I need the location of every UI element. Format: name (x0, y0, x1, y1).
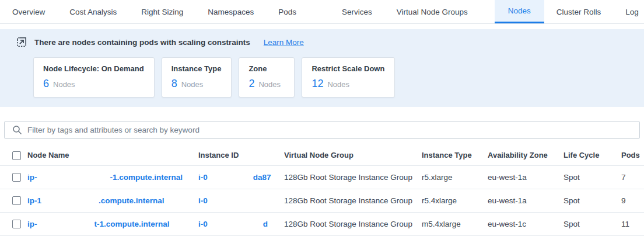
card-title: Instance Type (172, 64, 222, 73)
col-node-name: Node Name (27, 151, 198, 159)
tab-namespaces[interactable]: Namespaces (195, 0, 266, 23)
node-name-link[interactable]: ip- (27, 173, 37, 182)
card-unit: Nodes (53, 80, 75, 89)
instance-id-link[interactable]: da87 (253, 173, 271, 182)
instance-type-cell: r5.4xlarge (422, 196, 488, 205)
redacted-text (37, 226, 94, 227)
card-unit: Nodes (258, 80, 281, 89)
col-life-cycle: Life Cycle (564, 151, 619, 159)
col-instance-id: Instance ID (198, 151, 284, 159)
redacted-text (208, 203, 266, 203)
card-restrict-scale-down[interactable]: Restrict Scale Down 12Nodes (302, 57, 395, 98)
availability-zone-cell: eu-west-1a (488, 173, 564, 182)
card-zone[interactable]: Zone 2Nodes (239, 57, 295, 98)
instance-id-link[interactable]: i-0 (198, 173, 208, 182)
node-name-link[interactable]: .compute.internal (99, 196, 164, 205)
instance-id-link[interactable]: d (263, 220, 268, 228)
availability-zone-cell: eu-west-1c (488, 220, 564, 228)
tab-bar: Overview Cost Analysis Right Sizing Name… (0, 0, 644, 24)
card-instance-type[interactable]: Instance Type 8Nodes (162, 57, 232, 98)
cluster-nodes-page: Overview Cost Analysis Right Sizing Name… (0, 0, 644, 236)
pods-cell: 11 (619, 220, 644, 228)
virtual-node-group-cell: 128Gb Root Storage Instance Group (284, 173, 422, 182)
life-cycle-cell: Spot (564, 173, 619, 182)
redacted-text (37, 179, 110, 180)
node-name-link[interactable]: ip-1 (27, 196, 41, 205)
table-row[interactable]: ip-1.compute.internal i-0 128Gb Root Sto… (0, 189, 644, 213)
nodes-table: Node Name Instance ID Virtual Node Group… (0, 145, 644, 236)
banner-message: There are nodes containing pods with sca… (34, 38, 250, 47)
tab-cost-analysis[interactable]: Cost Analysis (57, 0, 129, 23)
instance-type-cell: r5.xlarge (422, 173, 488, 182)
pods-cell: 7 (619, 173, 644, 182)
virtual-node-group-cell: 128Gb Root Storage Instance Group (284, 196, 422, 205)
instance-type-cell: m5.4xlarge (422, 220, 488, 228)
scale-up-icon (16, 37, 27, 47)
card-title: Restrict Scale Down (312, 64, 384, 73)
pods-cell: 9 (619, 196, 644, 205)
tab-overview[interactable]: Overview (0, 0, 57, 23)
row-checkbox[interactable] (12, 173, 21, 182)
col-virtual-node-group: Virtual Node Group (284, 151, 422, 159)
table-row[interactable]: ip-t-1.compute.internal i-0d 128Gb Root … (0, 213, 644, 236)
card-count: 12 (312, 78, 323, 89)
card-unit: Nodes (181, 80, 204, 89)
card-count: 2 (249, 78, 254, 89)
col-availability-zone: Availability Zone (488, 151, 564, 159)
filter-bar (4, 121, 640, 139)
row-checkbox[interactable] (12, 196, 21, 205)
instance-id-link[interactable]: i-0 (198, 196, 208, 205)
redacted-text (208, 226, 263, 227)
row-checkbox[interactable] (12, 220, 21, 228)
redacted-text (41, 203, 99, 203)
card-node-lifecycle[interactable]: Node Lifecycle: On Demand 6Nodes (33, 57, 155, 98)
col-pods: Pods (619, 151, 644, 159)
search-icon (12, 125, 22, 135)
tab-nodes[interactable]: Nodes (495, 0, 544, 23)
tab-pods[interactable]: Pods (266, 0, 309, 23)
select-all-checkbox[interactable] (12, 151, 21, 160)
card-count: 6 (43, 78, 49, 89)
tab-right-sizing[interactable]: Right Sizing (129, 0, 195, 23)
redacted-text (208, 179, 253, 180)
card-unit: Nodes (327, 80, 349, 89)
tab-services[interactable]: Services (330, 0, 384, 23)
life-cycle-cell: Spot (564, 196, 619, 205)
search-input[interactable] (27, 122, 639, 138)
tab-virtual-node-groups[interactable]: Virtual Node Groups (384, 0, 480, 23)
tab-cluster-rolls[interactable]: Cluster Rolls (544, 0, 614, 23)
constraint-cards: Node Lifecycle: On Demand 6Nodes Instanc… (33, 57, 644, 98)
scaling-constraints-banner: There are nodes containing pods with sca… (0, 29, 644, 107)
table-row[interactable]: ip--1.compute.internal i-0da87 128Gb Roo… (0, 166, 644, 189)
node-name-link[interactable]: t-1.compute.internal (94, 220, 170, 228)
card-count: 8 (172, 78, 177, 89)
tab-log[interactable]: Log (613, 0, 644, 23)
virtual-node-group-cell: 128Gb Root Storage Instance Group (284, 220, 422, 228)
availability-zone-cell: eu-west-1a (488, 196, 564, 205)
card-title: Node Lifecycle: On Demand (43, 64, 144, 73)
instance-id-link[interactable]: i-0 (198, 220, 208, 228)
node-name-link[interactable]: -1.compute.internal (110, 173, 183, 182)
life-cycle-cell: Spot (564, 220, 619, 228)
card-title: Zone (249, 64, 284, 73)
learn-more-link[interactable]: Learn More (264, 38, 304, 47)
col-instance-type: Instance Type (422, 151, 488, 159)
table-header: Node Name Instance ID Virtual Node Group… (0, 145, 644, 166)
node-name-link[interactable]: ip- (27, 220, 37, 228)
